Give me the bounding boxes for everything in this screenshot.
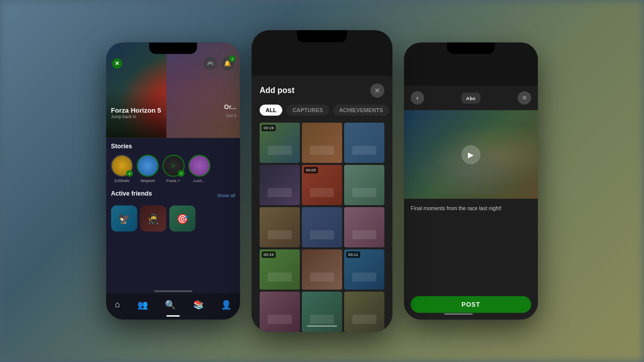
phones-container: Or... Get it ✕ 🎮 🔔 2: [0, 0, 644, 362]
notifications-button[interactable]: 🔔 2: [221, 57, 234, 70]
post-caption-area: Final moments from the race last night!: [404, 199, 538, 218]
active-friends-title: Active friends: [111, 190, 152, 197]
time-badge-5: 00:05: [304, 167, 318, 173]
story-avatar-add: +: [111, 155, 133, 177]
friends-row: 🦅 🥷 🎯: [111, 205, 235, 231]
captures-grid: 00:19 00:05 00:19 00:11: [260, 123, 384, 332]
story-name-ninja: Ninjalchi: [140, 178, 155, 183]
capture-3[interactable]: [344, 123, 384, 163]
nav-home[interactable]: ⌂: [115, 300, 120, 310]
nav-library[interactable]: 📚: [193, 299, 204, 310]
back-button[interactable]: ‹: [411, 91, 424, 105]
story-avatar-lucha: [188, 155, 210, 177]
hero-section: Or... Get it ✕ 🎮 🔔 2: [106, 43, 240, 138]
stories-row: + DJStrafe Ninjalchi F ✓ Forza ✓: [111, 155, 235, 183]
avatar-ninja: [138, 156, 158, 176]
filter-tab-captures[interactable]: CAPTURES: [286, 105, 329, 116]
story-item-djstrafe[interactable]: + DJStrafe: [111, 155, 133, 183]
notification-badge: 2: [229, 55, 235, 62]
friend-avatar-3[interactable]: 🎯: [169, 205, 195, 231]
story-name-lucha: Luch...: [194, 178, 205, 183]
profile-icon: 👤: [221, 299, 231, 310]
post-content: ‹ Abc ✕ ▶ Final moments from the race la…: [404, 85, 538, 320]
avatar-lucha: [189, 156, 209, 176]
ninja-avatar-icon: 🥷: [140, 205, 166, 231]
back-icon: ‹: [416, 94, 418, 102]
time-badge-12: 00:11: [346, 251, 360, 258]
phone-left: Or... Get it ✕ 🎮 🔔 2: [106, 43, 240, 320]
bird-avatar-icon: 🦅: [111, 205, 137, 231]
capture-15[interactable]: [344, 292, 384, 332]
second-title: Or...: [224, 103, 236, 110]
nav-profile[interactable]: 👤: [221, 299, 231, 310]
filter-tabs: ALL CAPTURES ACHIEVEMENTS: [260, 105, 384, 116]
notch-right: [447, 43, 495, 54]
notch-center: [297, 30, 347, 42]
scroll-indicator-left: [154, 291, 192, 292]
filter-tab-achievements[interactable]: ACHIEVEMENTS: [333, 105, 389, 116]
active-friends-header: Active friends Show all: [111, 190, 235, 202]
post-media: ▶: [404, 110, 538, 199]
people-icon: 👥: [137, 299, 148, 310]
store-icon: 🎮: [207, 60, 214, 67]
phone-center: Add post ✕ ALL CAPTURES ACHIEVEMENTS 00:…: [252, 30, 392, 332]
second-action: Get it: [226, 113, 236, 118]
capture-4[interactable]: [260, 165, 300, 205]
story-avatar-forza: F ✓: [163, 155, 185, 177]
capture-5[interactable]: 00:05: [302, 165, 342, 205]
filter-tab-all[interactable]: ALL: [260, 105, 282, 116]
nav-indicator: [167, 315, 180, 317]
story-item-forza[interactable]: F ✓ Forza ✓: [163, 155, 185, 183]
post-footer: POST: [404, 291, 538, 319]
phone-right: ‹ Abc ✕ ▶ Final moments from the race la…: [404, 43, 538, 320]
bottom-nav: ⌂ 👥 🔍 📚 👤: [106, 293, 240, 319]
modal-title: Add post: [260, 86, 294, 95]
modal-content: Add post ✕ ALL CAPTURES ACHIEVEMENTS 00:…: [252, 75, 392, 332]
friend-avatar-2[interactable]: 🥷: [140, 205, 166, 231]
post-caption: Final moments from the race last night!: [411, 205, 531, 213]
story-item-ninjalchi[interactable]: Ninjalchi: [137, 155, 159, 183]
capture-12[interactable]: 00:11: [344, 249, 384, 290]
text-icon-button[interactable]: Abc: [461, 93, 480, 104]
content-area: Stories + DJStrafe Ninjalchi: [106, 138, 240, 296]
story-name-dj: DJStrafe: [115, 178, 130, 183]
capture-2[interactable]: [302, 123, 342, 163]
game-title: Forza Horizon 5 Jump back in: [111, 107, 162, 119]
time-badge-1: 00:19: [262, 125, 276, 131]
capture-1[interactable]: 00:19: [260, 123, 300, 163]
post-header: ‹ Abc ✕: [404, 85, 538, 110]
friend-avatar-1[interactable]: 🦅: [111, 205, 137, 231]
stories-title: Stories: [111, 143, 235, 150]
show-all-button[interactable]: Show all: [217, 193, 235, 198]
modal-header: Add post ✕: [260, 83, 384, 98]
friend-av3-icon: 🎯: [169, 205, 195, 231]
hero-second-text: Or... Get it: [224, 103, 236, 119]
xbox-logo: ✕: [112, 58, 122, 69]
capture-10[interactable]: 00:19: [260, 249, 300, 290]
scroll-bar-center: [307, 325, 337, 327]
verified-icon: ✓: [178, 170, 185, 176]
scroll-bar-right: [444, 313, 473, 315]
capture-13[interactable]: [260, 292, 300, 332]
nav-search[interactable]: 🔍: [165, 299, 176, 310]
notch-left: [149, 43, 197, 54]
capture-11[interactable]: [302, 249, 342, 290]
story-item-lucha[interactable]: Luch...: [188, 155, 210, 183]
close-button[interactable]: ✕: [370, 83, 384, 98]
post-close-button[interactable]: ✕: [518, 91, 531, 105]
header-icons: 🎮 🔔 2: [204, 57, 234, 70]
capture-6[interactable]: [344, 165, 384, 205]
nav-people[interactable]: 👥: [137, 299, 148, 310]
search-icon: 🔍: [165, 299, 176, 310]
story-avatar-ninja: [137, 155, 159, 177]
capture-8[interactable]: [302, 207, 342, 247]
play-button[interactable]: ▶: [461, 145, 480, 164]
story-name-forza: Forza ✓: [167, 178, 181, 183]
post-button[interactable]: POST: [411, 296, 531, 313]
game-name: Forza Horizon 5: [111, 107, 162, 114]
store-button[interactable]: 🎮: [204, 57, 217, 70]
game-action: Jump back in: [111, 114, 162, 119]
capture-7[interactable]: [260, 207, 300, 247]
add-story-icon: +: [126, 170, 133, 176]
capture-9[interactable]: [344, 207, 384, 247]
